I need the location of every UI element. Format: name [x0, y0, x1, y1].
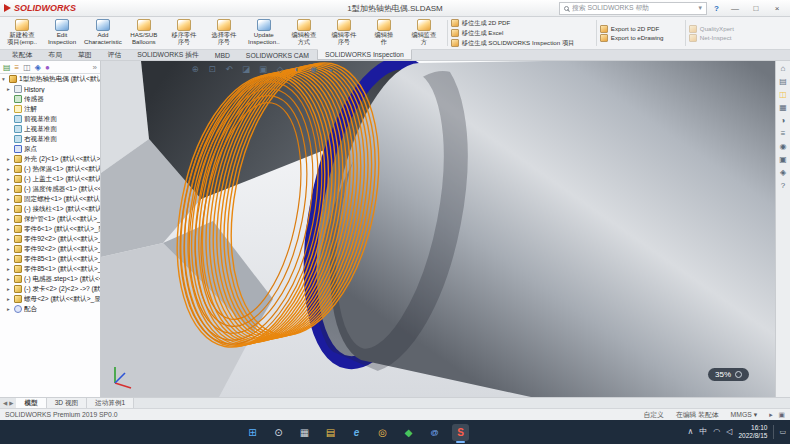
- tree-item[interactable]: ▸ (-) 上盖土<1> (默认<<默认>_显示...: [0, 174, 100, 184]
- tree-item[interactable]: ▸ (-) 接线柱<1> (默认<<默认>_显示...: [0, 204, 100, 214]
- panel-tab-icon[interactable]: ●: [45, 63, 50, 72]
- expand-arrow-icon[interactable]: ▸: [7, 276, 12, 282]
- expand-arrow-icon[interactable]: ▸: [7, 256, 12, 262]
- expand-arrow-icon[interactable]: ▸: [7, 156, 12, 162]
- status-icon[interactable]: ▸: [769, 411, 772, 419]
- expand-arrow-icon[interactable]: ▸: [7, 176, 12, 182]
- ribbon-menu-item[interactable]: 移位生成 SOLIDWORKS Inspection 项目: [451, 39, 593, 48]
- ribbon-button[interactable]: HAS/SUB Balloons: [124, 18, 164, 48]
- taskbar-app-icon[interactable]: ◎: [374, 424, 391, 441]
- tree-item[interactable]: ▸ 配合: [0, 304, 100, 314]
- tree-item[interactable]: ▸ (-) 电感器.step<1> (默认<<默认...: [0, 274, 100, 284]
- tray-icon[interactable]: ∧: [687, 428, 693, 436]
- expand-arrow-icon[interactable]: ▾: [2, 76, 7, 82]
- task-pane-icon[interactable]: ⌂: [781, 65, 786, 73]
- tree-item[interactable]: ▸ (-) 发卡<2> (2)<2> ->? (默认<<默...: [0, 284, 100, 294]
- ribbon-menu-item[interactable]: 移位生成 Excel: [451, 29, 593, 38]
- tree-item[interactable]: ▸ 零件92<2> (默认<<默认>_显示...: [0, 234, 100, 244]
- tree-item[interactable]: ▸ 外壳 (2)<1> (默认<<默认>_显示状...: [0, 154, 100, 164]
- document-tab[interactable]: 模型: [16, 398, 46, 408]
- task-pane-icon[interactable]: ▣: [779, 156, 787, 164]
- close-button[interactable]: ×: [768, 1, 786, 16]
- expand-arrow-icon[interactable]: ▸: [7, 206, 12, 212]
- view-tool-icon[interactable]: ◇: [274, 64, 286, 74]
- ribbon-tab[interactable]: 草图: [70, 50, 100, 60]
- tree-item[interactable]: ▸ 零件92<2> (默认<<默认>_显...: [0, 244, 100, 254]
- expand-arrow-icon[interactable]: ▸: [7, 166, 12, 172]
- ribbon-button[interactable]: 移序零件 序号: [164, 18, 204, 48]
- status-icon[interactable]: ▣: [779, 411, 785, 419]
- taskbar-app-icon[interactable]: S: [452, 424, 469, 441]
- tree-item[interactable]: ▸ 零件85<1> (默认<<默认>_显示...: [0, 254, 100, 264]
- expand-arrow-icon[interactable]: ▸: [7, 216, 12, 222]
- ribbon-menu-item[interactable]: Export to 2D PDF: [600, 25, 682, 33]
- tray-icon[interactable]: ◠: [713, 428, 720, 436]
- tree-item[interactable]: ▸ 固定螺栓<1> (默认<<默认>_显...: [0, 194, 100, 204]
- expand-arrow-icon[interactable]: ▸: [7, 186, 12, 192]
- tree-item[interactable]: 原点: [0, 144, 100, 154]
- help-search-box[interactable]: 搜索 SOLIDWORKS 帮助 ▾: [559, 2, 707, 15]
- ribbon-button[interactable]: 编辑操 作: [364, 18, 404, 48]
- task-pane-icon[interactable]: ?: [781, 182, 785, 190]
- maximize-button[interactable]: □: [747, 1, 765, 16]
- view-tool-icon[interactable]: ▣: [257, 64, 269, 74]
- tabs-scroll-left-icon[interactable]: ◀: [3, 400, 7, 406]
- model-canvas[interactable]: [101, 61, 775, 397]
- ribbon-tab[interactable]: 装配体: [4, 50, 40, 60]
- taskbar-app-icon[interactable]: ⊙: [270, 424, 287, 441]
- task-pane-icon[interactable]: ◑: [781, 117, 786, 125]
- expand-arrow-icon[interactable]: ▸: [7, 246, 12, 252]
- tree-item[interactable]: 上视基准面: [0, 124, 100, 134]
- task-pane-icon[interactable]: ◉: [780, 143, 787, 151]
- taskbar-app-icon[interactable]: ⊞: [244, 424, 261, 441]
- ribbon-menu-item[interactable]: Net-Inspect: [689, 34, 747, 42]
- taskbar-app-icon[interactable]: ▤: [322, 424, 339, 441]
- ribbon-menu-item[interactable]: 移位生成 2D PDF: [451, 19, 593, 28]
- graphics-area[interactable]: ⊕ ⊡ ↶ ◪ ▣ ◇ ◐ ◉ ◒ 35%: [101, 61, 775, 397]
- task-pane-icon[interactable]: ◈: [780, 169, 786, 177]
- view-tool-icon[interactable]: ◒: [325, 64, 337, 74]
- help-button[interactable]: ?: [710, 4, 723, 13]
- ribbon-button[interactable]: 编辑检查 方式: [284, 18, 324, 48]
- tree-item[interactable]: ▸ 零件6<1> (默认<<默认>_显示状...: [0, 224, 100, 234]
- ribbon-button[interactable]: 编辑零件 序号: [324, 18, 364, 48]
- ribbon-button[interactable]: 选择零件 序号: [204, 18, 244, 48]
- task-pane-icon[interactable]: ▤: [779, 78, 787, 86]
- task-pane-icon[interactable]: ◫: [779, 91, 787, 99]
- units-selector[interactable]: MMGS ▾: [731, 411, 758, 419]
- taskbar-clock[interactable]: 16:10 2022/8/15: [738, 424, 767, 441]
- ribbon-tab[interactable]: 布局: [40, 50, 70, 60]
- notification-center-icon[interactable]: ▭: [773, 425, 786, 439]
- solidworks-logo[interactable]: SOLIDWORKS: [4, 3, 76, 13]
- ribbon-tab[interactable]: 评估: [100, 50, 130, 60]
- ribbon-button[interactable]: Update Inspection..: [244, 18, 284, 48]
- task-pane-icon[interactable]: ≡: [781, 130, 786, 138]
- view-tool-icon[interactable]: ◐: [291, 64, 303, 74]
- ribbon-button[interactable]: Edit Inspection: [42, 18, 82, 48]
- expand-arrow-icon[interactable]: ▸: [7, 266, 12, 272]
- ribbon-button[interactable]: 新建检查 项目(emp..: [2, 18, 42, 48]
- expand-arrow-icon[interactable]: ▸: [7, 306, 12, 312]
- tray-icon[interactable]: ◁: [726, 428, 732, 436]
- ribbon-tab[interactable]: SOLIDWORKS Inspection: [317, 49, 412, 60]
- panel-tab-icon[interactable]: ◈: [35, 63, 41, 72]
- ribbon-menu-item[interactable]: QualityXpert: [689, 25, 747, 33]
- minimize-button[interactable]: —: [726, 1, 744, 16]
- view-tool-icon[interactable]: ◉: [308, 64, 320, 74]
- panel-tab-icon[interactable]: ◫: [23, 63, 31, 72]
- view-tool-icon[interactable]: ⊕: [189, 64, 201, 74]
- tree-item[interactable]: 传感器: [0, 94, 100, 104]
- panel-tab-icon[interactable]: ≡: [15, 63, 20, 72]
- ribbon-tab[interactable]: SOLIDWORKS 插件: [129, 50, 207, 60]
- expand-arrow-icon[interactable]: ▸: [7, 106, 12, 112]
- tree-item[interactable]: ▸ 螺母<2> (默认<<默认>_显示状...: [0, 294, 100, 304]
- tabs-scroll-right-icon[interactable]: ▶: [9, 400, 13, 406]
- ribbon-tab[interactable]: SOLIDWORKS CAM: [238, 50, 317, 60]
- expand-arrow-icon[interactable]: ▸: [7, 86, 12, 92]
- taskbar-app-icon[interactable]: ◆: [400, 424, 417, 441]
- document-tab[interactable]: 运动算例1: [87, 398, 134, 408]
- customize-link[interactable]: 自定义: [644, 410, 664, 420]
- expand-arrow-icon[interactable]: ▸: [7, 286, 12, 292]
- task-pane-icon[interactable]: ▦: [779, 104, 787, 112]
- tree-item[interactable]: ▸ History: [0, 84, 100, 94]
